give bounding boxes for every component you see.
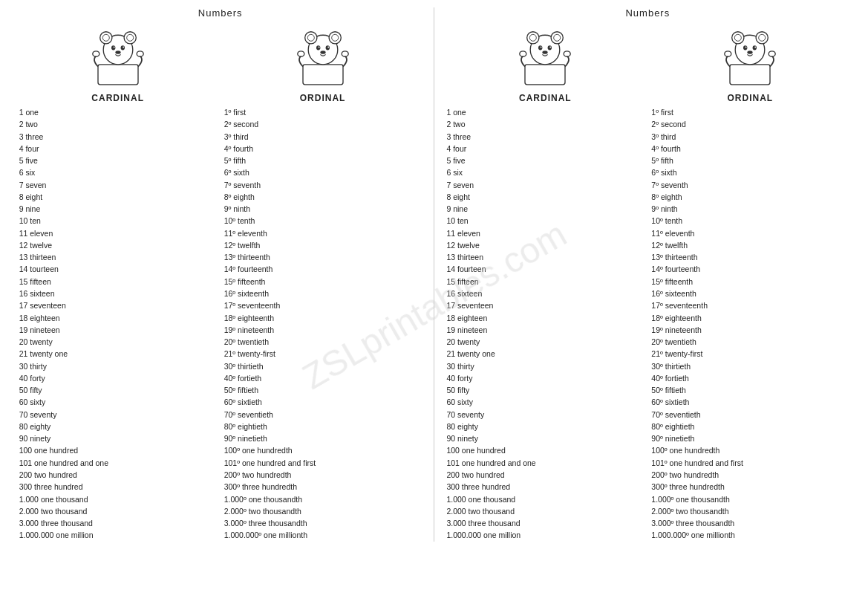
worksheet-divider: [434, 7, 434, 542]
list-item: 11 eleven: [446, 227, 535, 239]
svg-point-51: [769, 51, 775, 56]
svg-point-8: [113, 47, 114, 48]
svg-point-17: [307, 34, 314, 41]
list-item: 21º twenty-first: [224, 348, 316, 360]
list-item: 13º thirteenth: [224, 251, 316, 263]
worksheet-2-columns: CARDINAL 1 one2 two3 three4 four5 five6 …: [446, 23, 849, 542]
list-item: 300 three hundred: [446, 481, 535, 493]
bear-cardinal-1: [85, 23, 151, 90]
list-item: 2.000 two thousand: [19, 505, 108, 517]
worksheet-2-title: Numbers: [446, 7, 849, 19]
list-item: 80º eightieth: [224, 421, 316, 432]
list-item: 70 seventy: [446, 409, 535, 421]
svg-point-49: [748, 51, 753, 54]
list-item: 60º sixtieth: [651, 396, 743, 408]
list-item: 17º seventeenth: [224, 299, 316, 311]
list-item: 50 fifty: [446, 384, 535, 396]
list-item: 20 twenty: [446, 336, 535, 348]
list-item: 1.000.000º one millionth: [651, 529, 743, 541]
svg-point-21: [318, 47, 319, 48]
list-item: 6º sixth: [224, 166, 316, 178]
ordinal-2-header: ORDINAL: [651, 93, 849, 103]
list-item: 7 seven: [446, 179, 535, 191]
svg-point-37: [520, 51, 526, 56]
list-item: 20º twentieth: [224, 336, 316, 348]
list-item: 19º nineteenth: [224, 324, 316, 336]
svg-point-50: [725, 51, 731, 56]
list-item: 4º fourth: [224, 143, 316, 155]
list-item: 17 seventeen: [19, 299, 108, 311]
list-item: 101º one hundred and first: [224, 457, 316, 469]
list-item: 5º fifth: [224, 155, 316, 166]
list-item: 17 seventeen: [446, 299, 535, 311]
list-item: 5 five: [446, 155, 535, 166]
svg-point-43: [735, 34, 742, 41]
svg-rect-0: [98, 65, 138, 85]
list-item: 15º fifteenth: [651, 276, 743, 288]
svg-point-34: [541, 47, 542, 48]
list-item: 50º fiftieth: [651, 384, 743, 396]
ordinal-2-list: 1º first2º second3º third4º fourth5º fif…: [651, 106, 743, 542]
list-item: 40º fortieth: [651, 372, 743, 384]
svg-point-24: [297, 51, 304, 56]
list-item: 2.000º two thousandth: [651, 505, 743, 517]
list-item: 80º eightieth: [651, 421, 743, 432]
list-item: 80 eighty: [446, 421, 535, 432]
list-item: 13 thirteen: [446, 251, 535, 263]
list-item: 11 eleven: [19, 227, 108, 239]
list-item: 1 one: [446, 106, 535, 118]
list-item: 80 eighty: [19, 421, 108, 432]
svg-point-20: [325, 45, 329, 50]
list-item: 3º third: [651, 131, 743, 143]
list-item: 200º two hundredth: [224, 469, 316, 481]
list-item: 9 nine: [19, 203, 108, 215]
list-item: 21 twenty one: [446, 348, 535, 360]
list-item: 30 thirty: [19, 360, 108, 372]
list-item: 16º sixteenth: [224, 288, 316, 299]
list-item: 16º sixteenth: [651, 288, 743, 299]
list-item: 19 nineteen: [446, 324, 535, 336]
list-item: 7º seventh: [651, 179, 743, 191]
list-item: 10º tenth: [651, 215, 743, 227]
worksheet-1: Numbers: [19, 7, 422, 542]
list-item: 50 fifty: [19, 384, 108, 396]
list-item: 2 two: [19, 118, 108, 130]
svg-point-45: [743, 45, 747, 50]
list-item: 18 eighteen: [19, 312, 108, 324]
svg-point-31: [554, 34, 561, 41]
svg-point-9: [123, 47, 124, 48]
list-item: 1.000 one thousand: [19, 493, 108, 505]
svg-point-32: [538, 45, 542, 50]
list-item: 12º twelfth: [651, 239, 743, 251]
list-item: 10 ten: [446, 215, 535, 227]
svg-point-44: [759, 34, 766, 41]
worksheets-container: Numbers: [15, 7, 853, 542]
list-item: 4 four: [19, 143, 108, 155]
list-item: 9 nine: [446, 203, 535, 215]
worksheet-1-columns: CARDINAL 1 one2 two3 three4 four5 five6 …: [19, 23, 422, 542]
svg-point-7: [120, 45, 124, 50]
list-item: 20 twenty: [19, 336, 108, 348]
list-item: 18º eighteenth: [651, 312, 743, 324]
bear-ordinal-2: [717, 23, 783, 90]
list-item: 9º ninth: [224, 203, 316, 215]
list-item: 101 one hundred and one: [446, 457, 535, 469]
list-item: 40º fortieth: [224, 372, 316, 384]
list-item: 90º ninetieth: [224, 432, 316, 444]
list-item: 5 five: [19, 155, 108, 166]
ordinal-column-2: ORDINAL 1º first2º second3º third4º four…: [651, 23, 849, 542]
list-item: 30º thirtieth: [224, 360, 316, 372]
list-item: 8º eighth: [224, 191, 316, 203]
list-item: 100 one hundred: [446, 444, 535, 456]
list-item: 101º one hundred and first: [651, 457, 743, 469]
list-item: 2.000º two thousandth: [224, 505, 316, 517]
list-item: 40 forty: [446, 372, 535, 384]
svg-point-47: [745, 47, 747, 48]
list-item: 8 eight: [19, 191, 108, 203]
ordinal-column-1: ORDINAL 1º first2º second3º third4º four…: [224, 23, 422, 542]
list-item: 1.000.000 one million: [446, 529, 535, 541]
list-item: 3 three: [446, 131, 535, 143]
svg-point-35: [550, 47, 552, 48]
list-item: 14 tourteen: [19, 263, 108, 275]
list-item: 15º fifteenth: [224, 276, 316, 288]
